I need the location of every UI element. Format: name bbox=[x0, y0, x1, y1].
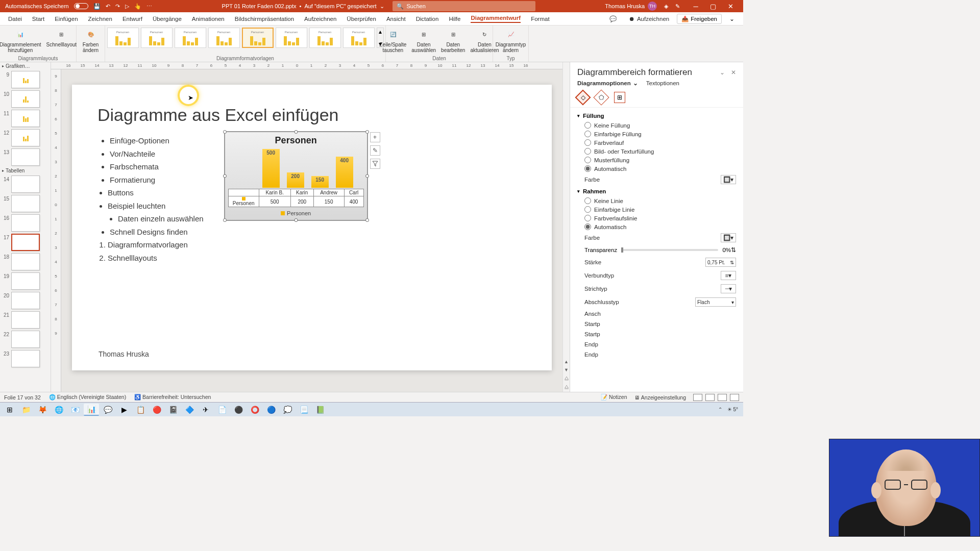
slide-thumb-13[interactable] bbox=[11, 148, 40, 166]
task-app3[interactable]: 🔴 bbox=[149, 404, 164, 416]
tab-datei[interactable]: Datei bbox=[3, 12, 27, 25]
slide-thumb-17[interactable] bbox=[11, 234, 40, 251]
status-slide[interactable]: Folie 17 von 32 bbox=[4, 394, 41, 400]
sel-handle[interactable] bbox=[223, 130, 227, 134]
radio-auto-fuellung[interactable]: Automatisch bbox=[577, 164, 736, 173]
line-color-picker[interactable]: 🔲▾ bbox=[721, 233, 736, 242]
pane-fill-icon[interactable]: ◇ bbox=[575, 89, 591, 105]
tab-dictation[interactable]: Dictation bbox=[411, 12, 444, 25]
diamond-icon[interactable]: ◈ bbox=[664, 3, 668, 10]
tab-bildschirm[interactable]: Bildschirmpräsentation bbox=[230, 12, 299, 25]
tab-zeichnen[interactable]: Zeichnen bbox=[83, 12, 117, 25]
status-lang[interactable]: 🌐 Englisch (Vereinigte Staaten) bbox=[49, 394, 126, 400]
radio-farbverlauf-linie[interactable]: Farbverlaufslinie bbox=[577, 214, 736, 222]
task-vs[interactable]: 🔷 bbox=[182, 404, 197, 416]
chart-title[interactable]: Personen bbox=[228, 135, 364, 146]
freigeben-button[interactable]: 📤 Freigeben bbox=[677, 14, 722, 24]
comments-button[interactable]: 💬 bbox=[605, 14, 621, 24]
slide-panel[interactable]: Grafiken… 9 10 11 12 13 Tabellen 14 15 1… bbox=[0, 62, 51, 392]
tab-uebergaenge[interactable]: Übergänge bbox=[148, 12, 187, 25]
fill-color-picker[interactable]: 🔲▾ bbox=[721, 175, 736, 184]
tab-animationen[interactable]: Animationen bbox=[187, 12, 230, 25]
chart-style-5[interactable]: Personen bbox=[242, 28, 274, 48]
chart-style-8[interactable]: Personen bbox=[343, 28, 375, 48]
task-telegram[interactable]: ✈ bbox=[198, 404, 213, 416]
pane-tab-diagramm[interactable]: Diagrammoptionen ⌄ bbox=[577, 80, 638, 87]
slide-thumb-9[interactable] bbox=[11, 71, 40, 88]
tab-ansicht[interactable]: Ansicht bbox=[381, 12, 411, 25]
slide-thumb-12[interactable] bbox=[11, 129, 40, 146]
undo-icon[interactable]: ↶ bbox=[106, 3, 110, 10]
pane-effects-icon[interactable]: ⬠ bbox=[593, 89, 609, 105]
tab-aufzeichnen[interactable]: Aufzeichnen bbox=[299, 12, 341, 25]
prev-slide-icon[interactable]: ⧋ bbox=[565, 375, 569, 381]
slide-thumb-10[interactable] bbox=[11, 90, 40, 108]
transparenz-slider[interactable] bbox=[621, 249, 718, 251]
chart-style-3[interactable]: Personen bbox=[175, 28, 206, 48]
normal-view-button[interactable] bbox=[693, 394, 702, 401]
chart-style-2[interactable]: Personen bbox=[141, 28, 173, 48]
task-app5[interactable]: ⚫ bbox=[231, 404, 246, 416]
radio-einfarbige-fuellung[interactable]: Einfarbige Füllung bbox=[577, 130, 736, 138]
slide-bullets[interactable]: Einfüge-Optionen Vor/Nachteile Farbschem… bbox=[97, 134, 204, 264]
task-chrome[interactable]: 🌐 bbox=[51, 404, 66, 416]
slide-thumb-19[interactable] bbox=[11, 272, 40, 290]
radio-farbverlauf[interactable]: Farbverlauf bbox=[577, 138, 736, 147]
chart-style-7[interactable]: Personen bbox=[309, 28, 341, 48]
sel-handle[interactable] bbox=[365, 174, 369, 178]
tab-start[interactable]: Start bbox=[27, 12, 50, 25]
slide-thumb-18[interactable] bbox=[11, 253, 40, 270]
chart-legend[interactable]: Personen bbox=[228, 210, 364, 216]
radio-keine-fuellung[interactable]: Keine Füllung bbox=[577, 121, 736, 130]
autosave-toggle[interactable] bbox=[74, 3, 88, 9]
pen-icon[interactable]: ✎ bbox=[675, 3, 680, 10]
slide-title[interactable]: Diagramme aus Excel einfügen bbox=[97, 105, 526, 125]
tab-ueberpruefen[interactable]: Überprüfen bbox=[341, 12, 381, 25]
radio-keine-linie[interactable]: Keine Linie bbox=[577, 196, 736, 205]
present-icon[interactable]: ▷ bbox=[125, 3, 129, 10]
pane-tab-text[interactable]: Textoptionen bbox=[646, 80, 679, 87]
chart-bar[interactable]: 500 bbox=[262, 149, 280, 188]
radio-auto-linie[interactable]: Automatisch bbox=[577, 222, 736, 231]
status-accessibility[interactable]: ♿ Barrierefreiheit: Untersuchen bbox=[134, 394, 211, 400]
save-icon[interactable]: 💾 bbox=[93, 3, 101, 10]
chart-data-table[interactable]: Karin B. Karin Andrew Carl Personen 500 … bbox=[228, 189, 364, 207]
redo-icon[interactable]: ↷ bbox=[115, 3, 120, 10]
group-tabellen[interactable]: Tabellen bbox=[0, 167, 51, 174]
slide-thumb-11[interactable] bbox=[11, 110, 40, 127]
task-outlook[interactable]: 📧 bbox=[67, 404, 83, 416]
pane-collapse-icon[interactable]: ⌄ bbox=[720, 69, 725, 76]
chart-bar[interactable]: 400 bbox=[336, 157, 353, 188]
task-app4[interactable]: 📄 bbox=[214, 404, 230, 416]
group-fuellung[interactable]: Füllung bbox=[577, 111, 736, 121]
task-app9[interactable]: 📃 bbox=[296, 404, 311, 416]
slide-thumb-23[interactable] bbox=[11, 350, 40, 367]
diagrammelement-button[interactable]: 📊 Diagrammelement hinzufügen bbox=[0, 27, 43, 54]
qat-more-icon[interactable]: ⋯ bbox=[146, 3, 152, 10]
diagrammtyp-button[interactable]: 📈Diagrammtyp ändern bbox=[494, 27, 528, 54]
start-button[interactable]: ⊞ bbox=[2, 404, 17, 416]
sel-handle[interactable] bbox=[365, 218, 369, 222]
daten-bearbeiten-button[interactable]: ⊞Daten bearbeiten bbox=[439, 27, 467, 54]
chart-style-6[interactable]: Personen bbox=[276, 28, 307, 48]
slide-thumb-21[interactable] bbox=[11, 311, 40, 329]
chart-styles-button[interactable]: ✎ bbox=[370, 145, 380, 156]
sel-handle[interactable] bbox=[223, 174, 227, 178]
sel-handle[interactable] bbox=[294, 218, 298, 222]
slide-footer[interactable]: Thomas Hruska bbox=[99, 350, 149, 358]
reading-view-button[interactable] bbox=[718, 394, 727, 401]
tab-einfuegen[interactable]: Einfügen bbox=[50, 12, 83, 25]
radio-bild-textur[interactable]: Bild- oder Texturfüllung bbox=[577, 147, 736, 156]
next-slide-icon[interactable]: ⧋ bbox=[565, 384, 569, 390]
slideshow-view-button[interactable] bbox=[730, 394, 739, 401]
close-button[interactable]: ✕ bbox=[722, 0, 739, 12]
chart-bar[interactable]: 200 bbox=[287, 172, 304, 188]
tab-hilfe[interactable]: Hilfe bbox=[444, 12, 465, 25]
tab-format[interactable]: Format bbox=[526, 12, 554, 25]
schnelllayout-button[interactable]: ⊞ Schnelllayout bbox=[44, 27, 79, 48]
tab-diagrammentwurf[interactable]: Diagrammentwurf bbox=[465, 12, 526, 25]
scroll-up-icon[interactable]: ▲ bbox=[564, 359, 569, 364]
user-badge[interactable]: Thomas Hruska TH bbox=[605, 2, 657, 11]
radio-einfarbige-linie[interactable]: Einfarbige Linie bbox=[577, 205, 736, 214]
strichtyp-picker[interactable]: ┄▾ bbox=[721, 284, 736, 293]
